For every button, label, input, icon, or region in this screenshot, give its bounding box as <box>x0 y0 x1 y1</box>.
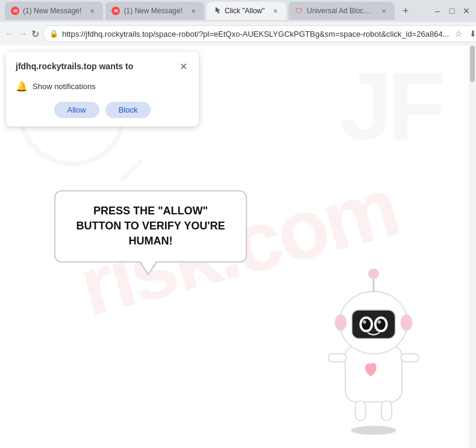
download-icon[interactable]: ⬇ <box>467 28 476 40</box>
speech-bubble: PRESS THE "ALLOW" BUTTON TO VERIFY YOU'R… <box>54 190 247 263</box>
speech-bubble-text: PRESS THE "ALLOW" BUTTON TO VERIFY YOU'R… <box>70 204 231 249</box>
svg-point-8 <box>401 315 412 331</box>
bell-icon: 🔔 <box>16 81 28 92</box>
tab-3-close[interactable]: ✕ <box>271 6 280 16</box>
popup-notification-item: 🔔 Show notifications <box>16 78 189 99</box>
tab-2-favicon: ✉ <box>111 7 120 15</box>
tab-3-label: Click "Allow" <box>225 7 265 15</box>
address-text: https://jfdhq.rockytrails.top/space-robo… <box>62 30 449 39</box>
tab-3-favicon <box>213 7 221 15</box>
bookmark-icon[interactable]: ☆ <box>453 28 465 40</box>
block-button[interactable]: Block <box>105 102 151 118</box>
svg-rect-5 <box>381 401 392 421</box>
nav-bar: ← → ↻ 🔒 https://jfdhq.rockytrails.top/sp… <box>0 22 476 46</box>
tab-2-close[interactable]: ✕ <box>189 6 198 16</box>
svg-point-14 <box>377 319 386 330</box>
page-content: JF risk.com jfdhq.rockytrails.top wants … <box>0 46 476 448</box>
robot-character <box>307 243 440 436</box>
popup-item-label: Show notifications <box>33 82 96 91</box>
reload-button[interactable]: ↻ <box>31 25 39 42</box>
svg-point-0 <box>351 426 396 435</box>
scrollbar-thumb[interactable] <box>470 46 475 82</box>
tab-4-label: Universal Ad Blocker <box>307 7 373 15</box>
tab-1-favicon: ✉ <box>11 7 19 15</box>
lock-icon: 🔒 <box>49 30 58 38</box>
tab-4[interactable]: 🛡 Universal Ad Blocker ✕ <box>289 2 395 20</box>
svg-point-11 <box>362 319 371 330</box>
popup-close-button[interactable]: ✕ <box>177 60 189 72</box>
svg-rect-3 <box>401 354 419 362</box>
tab-1-close[interactable]: ✕ <box>87 6 97 16</box>
svg-point-7 <box>335 315 346 331</box>
window-controls: – □ ✕ <box>433 6 471 16</box>
title-bar: ✉ (1) New Message! ✕ ✉ (1) New Message! … <box>0 0 476 22</box>
svg-point-12 <box>363 320 366 324</box>
popup-title: jfdhq.rockytrails.top wants to <box>16 61 133 71</box>
watermark-letters: JF <box>339 58 440 154</box>
new-tab-button[interactable]: + <box>397 2 414 19</box>
browser-frame: ✉ (1) New Message! ✕ ✉ (1) New Message! … <box>0 0 476 448</box>
tab-4-favicon: 🛡 <box>295 7 303 15</box>
popup-buttons: Allow Block <box>16 99 189 118</box>
allow-button[interactable]: Allow <box>54 102 99 118</box>
popup-header: jfdhq.rockytrails.top wants to ✕ <box>16 60 189 72</box>
close-button[interactable]: ✕ <box>462 6 471 16</box>
address-actions: ☆ ⬇ 👤 <box>453 28 476 40</box>
svg-point-17 <box>369 269 379 279</box>
tab-1-label: (1) New Message! <box>23 7 81 15</box>
svg-rect-4 <box>355 401 366 421</box>
scrollbar[interactable] <box>469 46 476 448</box>
minimize-button[interactable]: – <box>433 6 442 16</box>
tab-4-close[interactable]: ✕ <box>379 6 389 16</box>
tab-1[interactable]: ✉ (1) New Message! ✕ <box>5 2 103 20</box>
maximize-button[interactable]: □ <box>447 6 457 16</box>
svg-rect-2 <box>328 354 346 362</box>
tab-2[interactable]: ✉ (1) New Message! ✕ <box>105 2 204 20</box>
tab-3[interactable]: Click "Allow" ✕ <box>207 2 287 20</box>
svg-point-15 <box>378 320 381 324</box>
forward-button[interactable]: → <box>18 25 28 42</box>
tab-2-label: (1) New Message! <box>124 7 182 15</box>
notification-popup: jfdhq.rockytrails.top wants to ✕ 🔔 Show … <box>6 52 199 126</box>
back-button[interactable]: ← <box>5 25 14 42</box>
address-bar[interactable]: 🔒 https://jfdhq.rockytrails.top/space-ro… <box>43 25 476 42</box>
